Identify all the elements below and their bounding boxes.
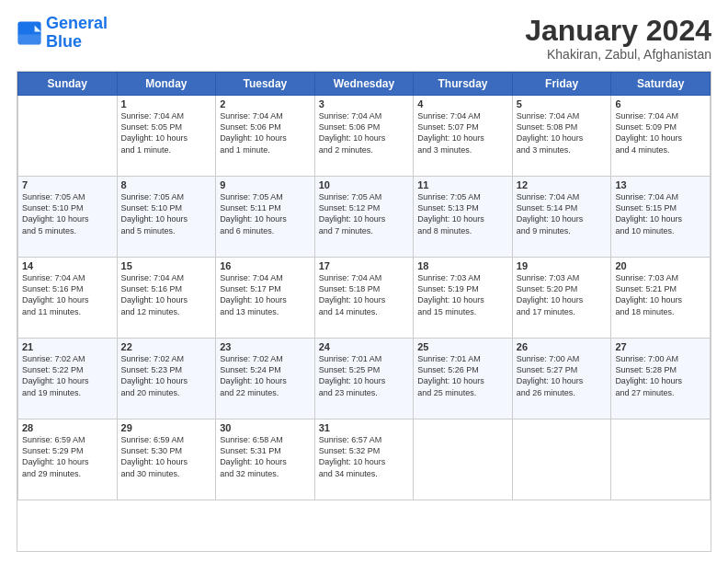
logo-general: General: [46, 14, 108, 32]
calendar-cell: 1Sunrise: 7:04 AM Sunset: 5:05 PM Daylig…: [117, 96, 216, 177]
calendar-cell: 29Sunrise: 6:59 AM Sunset: 5:30 PM Dayli…: [117, 419, 216, 500]
title-area: January 2024 Khakiran, Zabul, Afghanista…: [525, 15, 711, 62]
day-number: 22: [121, 341, 212, 352]
day-info: Sunrise: 7:04 AM Sunset: 5:17 PM Dayligh…: [220, 272, 311, 317]
day-number: 8: [121, 179, 212, 190]
day-number: 13: [615, 179, 706, 190]
calendar-cell: 23Sunrise: 7:02 AM Sunset: 5:24 PM Dayli…: [216, 339, 315, 419]
day-info: Sunrise: 7:01 AM Sunset: 5:25 PM Dayligh…: [319, 353, 410, 398]
weekday-header: Friday: [512, 73, 611, 96]
calendar-week: 7Sunrise: 7:05 AM Sunset: 5:10 PM Daylig…: [18, 177, 711, 258]
calendar-cell: 10Sunrise: 7:05 AM Sunset: 5:12 PM Dayli…: [314, 177, 414, 258]
calendar-cell: 16Sunrise: 7:04 AM Sunset: 5:17 PM Dayli…: [216, 258, 315, 339]
day-info: Sunrise: 7:00 AM Sunset: 5:28 PM Dayligh…: [615, 353, 706, 398]
day-info: Sunrise: 7:04 AM Sunset: 5:06 PM Dayligh…: [319, 110, 410, 155]
day-number: 6: [615, 98, 706, 109]
month-title: January 2024: [525, 15, 711, 47]
calendar-cell: 27Sunrise: 7:00 AM Sunset: 5:28 PM Dayli…: [611, 339, 711, 419]
calendar-cell: 14Sunrise: 7:04 AM Sunset: 5:16 PM Dayli…: [18, 258, 118, 339]
calendar-cell: 19Sunrise: 7:03 AM Sunset: 5:20 PM Dayli…: [512, 258, 611, 339]
calendar-week: 14Sunrise: 7:04 AM Sunset: 5:16 PM Dayli…: [18, 258, 711, 339]
calendar-cell: [414, 419, 513, 500]
day-number: 27: [615, 341, 706, 352]
day-info: Sunrise: 7:03 AM Sunset: 5:20 PM Dayligh…: [517, 272, 608, 317]
day-info: Sunrise: 7:04 AM Sunset: 5:08 PM Dayligh…: [517, 110, 608, 155]
calendar-cell: 22Sunrise: 7:02 AM Sunset: 5:23 PM Dayli…: [117, 339, 216, 419]
day-info: Sunrise: 7:05 AM Sunset: 5:10 PM Dayligh…: [121, 191, 212, 236]
day-info: Sunrise: 7:04 AM Sunset: 5:15 PM Dayligh…: [615, 191, 706, 236]
calendar-cell: 6Sunrise: 7:04 AM Sunset: 5:09 PM Daylig…: [611, 96, 711, 177]
day-info: Sunrise: 7:04 AM Sunset: 5:16 PM Dayligh…: [22, 272, 113, 317]
weekday-header: Saturday: [611, 73, 711, 96]
calendar-cell: [18, 96, 118, 177]
calendar-week: 28Sunrise: 6:59 AM Sunset: 5:29 PM Dayli…: [18, 419, 711, 500]
calendar-cell: 18Sunrise: 7:03 AM Sunset: 5:19 PM Dayli…: [414, 258, 513, 339]
calendar-cell: 30Sunrise: 6:58 AM Sunset: 5:31 PM Dayli…: [216, 419, 315, 500]
calendar-week: 1Sunrise: 7:04 AM Sunset: 5:05 PM Daylig…: [18, 96, 711, 177]
day-number: 29: [121, 422, 212, 433]
calendar-cell: 7Sunrise: 7:05 AM Sunset: 5:10 PM Daylig…: [18, 177, 118, 258]
calendar-cell: [611, 419, 711, 500]
calendar-cell: 21Sunrise: 7:02 AM Sunset: 5:22 PM Dayli…: [18, 339, 118, 419]
day-info: Sunrise: 7:05 AM Sunset: 5:12 PM Dayligh…: [319, 191, 410, 236]
calendar-cell: 17Sunrise: 7:04 AM Sunset: 5:18 PM Dayli…: [314, 258, 414, 339]
day-number: 14: [22, 260, 113, 271]
header: General Blue January 2024 Khakiran, Zabu…: [17, 15, 711, 62]
day-info: Sunrise: 7:02 AM Sunset: 5:24 PM Dayligh…: [220, 353, 311, 398]
day-number: 26: [517, 341, 608, 352]
calendar-cell: [512, 419, 611, 500]
calendar-cell: 4Sunrise: 7:04 AM Sunset: 5:07 PM Daylig…: [414, 96, 513, 177]
day-number: 20: [615, 260, 706, 271]
day-info: Sunrise: 7:05 AM Sunset: 5:11 PM Dayligh…: [220, 191, 311, 236]
calendar-cell: 28Sunrise: 6:59 AM Sunset: 5:29 PM Dayli…: [18, 419, 118, 500]
day-number: 23: [220, 341, 311, 352]
weekday-header: Thursday: [414, 73, 513, 96]
weekday-header: Monday: [117, 73, 216, 96]
day-info: Sunrise: 7:04 AM Sunset: 5:14 PM Dayligh…: [517, 191, 608, 236]
day-info: Sunrise: 7:01 AM Sunset: 5:26 PM Dayligh…: [417, 353, 508, 398]
header-row: SundayMondayTuesdayWednesdayThursdayFrid…: [18, 73, 711, 96]
weekday-header: Tuesday: [216, 73, 315, 96]
calendar-cell: 25Sunrise: 7:01 AM Sunset: 5:26 PM Dayli…: [414, 339, 513, 419]
logo-blue: Blue: [46, 33, 108, 52]
calendar-cell: 2Sunrise: 7:04 AM Sunset: 5:06 PM Daylig…: [216, 96, 315, 177]
day-number: 31: [319, 422, 410, 433]
day-info: Sunrise: 7:03 AM Sunset: 5:21 PM Dayligh…: [615, 272, 706, 317]
calendar-week: 21Sunrise: 7:02 AM Sunset: 5:22 PM Dayli…: [18, 339, 711, 419]
day-number: 10: [319, 179, 410, 190]
page: General Blue January 2024 Khakiran, Zabu…: [0, 0, 728, 563]
day-info: Sunrise: 7:04 AM Sunset: 5:18 PM Dayligh…: [319, 272, 410, 317]
day-number: 12: [517, 179, 608, 190]
day-info: Sunrise: 7:04 AM Sunset: 5:07 PM Dayligh…: [417, 110, 508, 155]
calendar-cell: 15Sunrise: 7:04 AM Sunset: 5:16 PM Dayli…: [117, 258, 216, 339]
calendar-cell: 24Sunrise: 7:01 AM Sunset: 5:25 PM Dayli…: [314, 339, 414, 419]
calendar-cell: 9Sunrise: 7:05 AM Sunset: 5:11 PM Daylig…: [216, 177, 315, 258]
day-number: 15: [121, 260, 212, 271]
calendar-table: SundayMondayTuesdayWednesdayThursdayFrid…: [17, 72, 711, 500]
day-info: Sunrise: 7:02 AM Sunset: 5:22 PM Dayligh…: [22, 353, 113, 398]
calendar-cell: 3Sunrise: 7:04 AM Sunset: 5:06 PM Daylig…: [314, 96, 414, 177]
weekday-header: Sunday: [18, 73, 118, 96]
day-number: 19: [517, 260, 608, 271]
day-info: Sunrise: 7:02 AM Sunset: 5:23 PM Dayligh…: [121, 353, 212, 398]
day-info: Sunrise: 6:57 AM Sunset: 5:32 PM Dayligh…: [319, 434, 410, 479]
day-number: 17: [319, 260, 410, 271]
svg-rect-2: [17, 34, 40, 44]
day-info: Sunrise: 6:59 AM Sunset: 5:29 PM Dayligh…: [22, 434, 113, 479]
calendar-cell: 8Sunrise: 7:05 AM Sunset: 5:10 PM Daylig…: [117, 177, 216, 258]
logo-text: General Blue: [46, 15, 108, 52]
calendar-cell: 12Sunrise: 7:04 AM Sunset: 5:14 PM Dayli…: [512, 177, 611, 258]
day-info: Sunrise: 7:03 AM Sunset: 5:19 PM Dayligh…: [417, 272, 508, 317]
day-number: 30: [220, 422, 311, 433]
day-number: 25: [417, 341, 508, 352]
day-info: Sunrise: 7:04 AM Sunset: 5:16 PM Dayligh…: [121, 272, 212, 317]
day-number: 2: [220, 98, 311, 109]
location: Khakiran, Zabul, Afghanistan: [525, 47, 711, 62]
calendar-cell: 20Sunrise: 7:03 AM Sunset: 5:21 PM Dayli…: [611, 258, 711, 339]
day-number: 4: [417, 98, 508, 109]
calendar-cell: 11Sunrise: 7:05 AM Sunset: 5:13 PM Dayli…: [414, 177, 513, 258]
day-info: Sunrise: 6:58 AM Sunset: 5:31 PM Dayligh…: [220, 434, 311, 479]
day-number: 16: [220, 260, 311, 271]
calendar-cell: 31Sunrise: 6:57 AM Sunset: 5:32 PM Dayli…: [314, 419, 414, 500]
day-number: 11: [417, 179, 508, 190]
